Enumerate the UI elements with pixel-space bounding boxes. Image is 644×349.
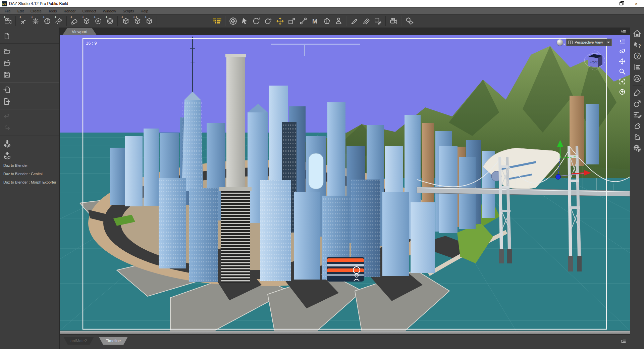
viewport-layout-icon: [568, 41, 573, 44]
new-null-icon[interactable]: +: [104, 16, 116, 27]
toolbar-separator: [157, 16, 157, 26]
panel-list-icon[interactable]: [633, 63, 642, 71]
draw-style-sphere-icon[interactable]: [557, 39, 563, 46]
gizmo-z-axis[interactable]: [556, 174, 561, 180]
new-spotlight-icon[interactable]: +: [53, 16, 65, 27]
save-icon[interactable]: [0, 69, 59, 81]
menu-file[interactable]: File: [1, 8, 14, 14]
new-file-icon[interactable]: [0, 30, 59, 42]
title-bar: DS DAZ Studio 4.12 Pro Public Build ×: [0, 0, 644, 7]
svg-text:M: M: [312, 18, 317, 25]
menu-tools[interactable]: Tools: [45, 8, 60, 14]
export-icon[interactable]: [0, 96, 59, 107]
hair-brush-tool-icon[interactable]: [360, 16, 372, 27]
daz-to-blender-box-icon[interactable]: [0, 149, 59, 161]
sphere-arrow-icon[interactable]: [633, 99, 642, 108]
menu-edit[interactable]: Edit: [14, 8, 27, 14]
menu-window[interactable]: Window: [100, 8, 119, 14]
new-sun-light-icon[interactable]: +: [41, 16, 53, 27]
new-node-instance-icon[interactable]: +: [120, 16, 131, 27]
right-sidebar: [630, 28, 644, 349]
measure-metrics-icon[interactable]: M: [309, 16, 321, 27]
shaping-arm-icon[interactable]: [633, 121, 642, 130]
window-title: DAZ Studio 4.12 Pro Public Build: [9, 1, 68, 6]
menu-connect[interactable]: Connect: [79, 8, 100, 14]
scale-tool-icon[interactable]: [286, 16, 298, 27]
sidebar-separator: [633, 85, 642, 86]
sidebar-separator: [0, 109, 59, 109]
pane-options-icon[interactable]: [621, 338, 627, 346]
daz-home-icon[interactable]: [633, 29, 642, 38]
new-point-light-icon[interactable]: +: [30, 16, 41, 27]
twist-tool-icon[interactable]: [262, 16, 274, 27]
joint-editor-icon[interactable]: [298, 16, 309, 27]
scene-grid-icon[interactable]: [211, 16, 223, 27]
spot-render-icon[interactable]: [388, 16, 399, 27]
new-primitive-icon[interactable]: +: [69, 16, 80, 27]
scene-canvas: 16 : 9: [60, 35, 630, 331]
toolbar-separator: [401, 16, 402, 26]
viewport-bottom-scrollbar[interactable]: [60, 331, 630, 335]
node-selection-tool-icon[interactable]: [239, 16, 251, 27]
viewport-camera-controls: [619, 38, 626, 95]
new-camera-icon[interactable]: +: [2, 16, 14, 27]
translate-tool-icon[interactable]: [274, 16, 286, 27]
view-cube[interactable]: Front: [583, 49, 606, 71]
new-node-instances-icon[interactable]: ++: [131, 16, 143, 27]
open-file-icon[interactable]: [0, 45, 59, 57]
sidebar-separator: [0, 43, 59, 44]
zoom-camera-icon[interactable]: [619, 68, 626, 75]
pan-camera-icon[interactable]: [619, 58, 626, 65]
aim-camera-icon[interactable]: [619, 88, 626, 95]
info-circle-icon[interactable]: [633, 74, 642, 83]
new-group-icon[interactable]: +: [92, 16, 104, 27]
new-distant-light-icon[interactable]: +: [18, 16, 30, 27]
menu-scripts[interactable]: Scripts: [119, 8, 138, 14]
view-selector-dropdown[interactable]: Perspective View: [566, 39, 612, 46]
posing-arm-icon[interactable]: [633, 133, 642, 141]
script-daz-to-blender[interactable]: Daz to Blender: [0, 161, 59, 169]
merge-file-icon[interactable]: [0, 57, 59, 69]
environment-globe-icon[interactable]: [633, 144, 642, 152]
minimize-button[interactable]: [598, 0, 613, 7]
tab-animate2[interactable]: aniMate2: [64, 337, 94, 345]
viewport-tab-row: Viewport: [60, 28, 630, 35]
geometry-editor-icon[interactable]: [321, 16, 333, 27]
pane-options-icon[interactable]: [619, 38, 626, 45]
node-gear-tool-icon[interactable]: [404, 16, 415, 27]
close-button[interactable]: ×: [629, 0, 644, 7]
menu-bar: File Edit Create Tools Render Connect Wi…: [0, 7, 644, 14]
chevron-down-icon[interactable]: [605, 39, 611, 46]
restore-button[interactable]: [613, 0, 629, 7]
menu-help[interactable]: Help: [137, 8, 152, 14]
menu-render[interactable]: Render: [60, 8, 79, 14]
new-cube-primitive-icon[interactable]: +: [143, 16, 155, 27]
sidebar-separator: [0, 136, 59, 136]
new-node-icon[interactable]: +: [80, 16, 92, 27]
tab-timeline[interactable]: Timeline: [99, 337, 127, 345]
import-icon[interactable]: [0, 84, 59, 96]
toolbar-separator: [15, 16, 16, 26]
daz-to-blender-icon[interactable]: [0, 138, 59, 149]
viewport-3d-scene[interactable]: 16 : 9 Perspective View Front: [60, 35, 630, 331]
pane-options-icon[interactable]: [621, 29, 627, 36]
redo-icon[interactable]: [0, 122, 59, 134]
orbit-camera-icon[interactable]: [619, 48, 626, 55]
script-daz-to-blender-morph-exporter[interactable]: Daz to Blender : Morph Exporter: [0, 178, 59, 186]
configure-pen-icon[interactable]: [633, 88, 642, 97]
menu-create[interactable]: Create: [27, 8, 45, 14]
left-sidebar: Daz to Blender Daz to Blender : Genital …: [0, 28, 60, 349]
help-icon[interactable]: [633, 52, 642, 60]
whats-this-icon[interactable]: [633, 41, 642, 49]
script-daz-to-blender-genital[interactable]: Daz to Blender : Genital: [0, 169, 59, 178]
tab-viewport[interactable]: Viewport: [62, 28, 97, 35]
brush-tool-icon[interactable]: [348, 16, 360, 27]
sliders-pen-icon[interactable]: [633, 110, 642, 119]
universal-tool-icon[interactable]: [227, 16, 239, 27]
frame-camera-icon[interactable]: [619, 78, 626, 85]
figure-setup-icon[interactable]: [333, 16, 344, 27]
undo-icon[interactable]: [0, 111, 59, 122]
surface-selection-icon[interactable]: [372, 16, 384, 27]
toolbar-separator: [225, 16, 225, 26]
rotate-tool-icon[interactable]: [251, 16, 262, 27]
